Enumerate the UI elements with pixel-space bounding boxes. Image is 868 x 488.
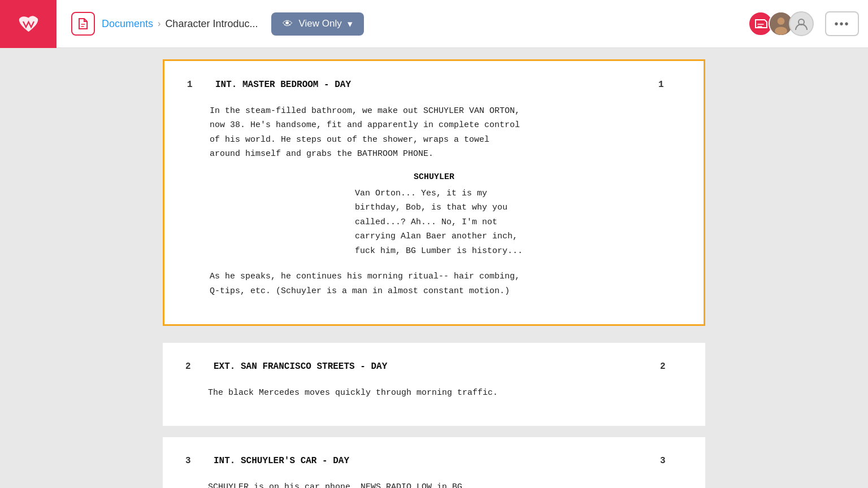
scene-number-1: 1 [187, 78, 210, 93]
view-only-button[interactable]: 👁 View Only ▾ [271, 12, 363, 36]
avatar-user3 [789, 11, 814, 36]
scene-action-2: The black Mercedes moves quickly through… [208, 386, 683, 400]
scene-heading-3: INT. SCHUYLER'S CAR - DAY [214, 454, 654, 469]
breadcrumb-parent[interactable]: Documents [102, 18, 153, 30]
scene-action-3: SCHUYLER is on his car phone, NEWS RADIO… [208, 480, 683, 488]
scene-heading-row-2: 2 EXT. SAN FRANCISCO STREETS - DAY 2 [185, 360, 683, 374]
scene-heading-row-1: 1 INT. MASTER BEDROOM - DAY 1 [187, 78, 681, 93]
scene-number-3: 3 [185, 454, 208, 469]
app-logo [0, 0, 57, 48]
breadcrumb-current: Character Introduc... [165, 18, 258, 30]
scene-block-1: 1 INT. MASTER BEDROOM - DAY 1 In the ste… [163, 59, 705, 326]
scene-heading-1: INT. MASTER BEDROOM - DAY [215, 78, 653, 93]
scene-action-1: In the steam-filled bathroom, we make ou… [210, 104, 681, 162]
breadcrumb-separator: › [158, 19, 160, 29]
scene-heading-2: EXT. SAN FRANCISCO STREETS - DAY [214, 360, 654, 374]
scene-number-1-right: 1 [658, 78, 681, 93]
scene-number-2: 2 [185, 360, 208, 374]
character-name-1: SCHUYLER [187, 171, 681, 184]
breadcrumb: Documents › Character Introduc... [102, 18, 258, 30]
svg-point-2 [778, 18, 785, 25]
header-inner: Documents › Character Introduc... 👁 View… [9, 11, 859, 36]
main-content: 1 INT. MASTER BEDROOM - DAY 1 In the ste… [0, 48, 868, 488]
script-container: 1 INT. MASTER BEDROOM - DAY 1 In the ste… [151, 59, 717, 488]
scene-block-2: 2 EXT. SAN FRANCISCO STREETS - DAY 2 The… [163, 343, 705, 426]
scene-action-1-after: As he speaks, he continues his morning r… [210, 269, 681, 298]
header: Documents › Character Introduc... 👁 View… [0, 0, 868, 48]
dialogue-1: Van Orton... Yes, it is my birthday, Bob… [321, 186, 547, 259]
dropdown-chevron-icon: ▾ [348, 18, 353, 30]
eye-icon: 👁 [283, 18, 293, 30]
svg-point-3 [775, 27, 787, 35]
scene-block-3: 3 INT. SCHUYLER'S CAR - DAY 3 SCHUYLER i… [163, 437, 705, 488]
header-right: ••• [748, 11, 859, 36]
view-only-label: View Only [298, 18, 341, 29]
document-icon-button[interactable] [71, 12, 95, 36]
scene-number-3-right: 3 [660, 454, 683, 469]
scene-heading-row-3: 3 INT. SCHUYLER'S CAR - DAY 3 [185, 454, 683, 469]
scene-number-2-right: 2 [660, 360, 683, 374]
more-options-button[interactable]: ••• [825, 11, 859, 36]
avatar-group [748, 11, 814, 36]
